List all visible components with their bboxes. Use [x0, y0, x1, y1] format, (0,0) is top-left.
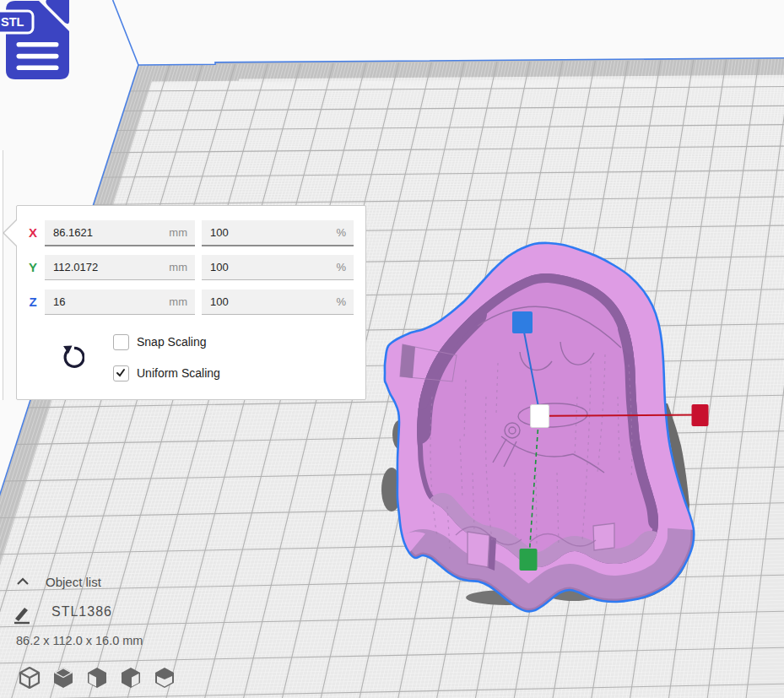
svg-text:STL: STL — [1, 15, 24, 29]
